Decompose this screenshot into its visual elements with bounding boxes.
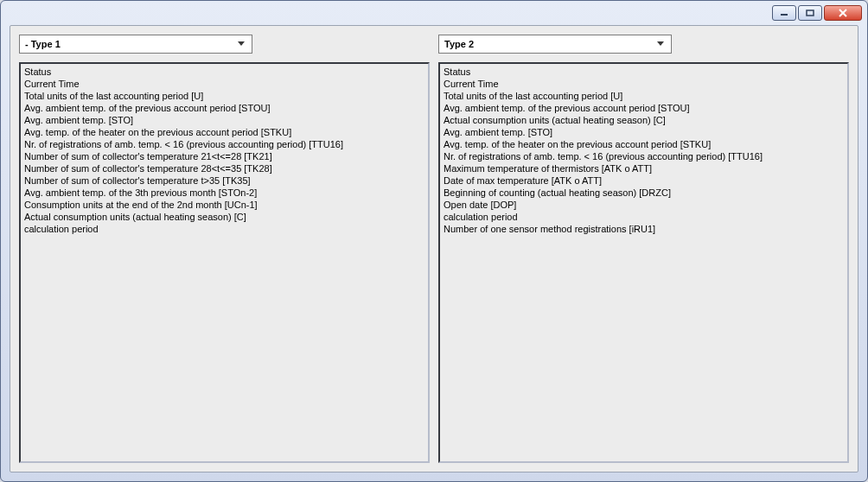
list-item[interactable]: Number of one sensor method registration… <box>444 223 844 235</box>
list-item[interactable]: Nr. of registrations of amb. temp. < 16 … <box>444 150 844 162</box>
listbox-right[interactable]: StatusCurrent TimeTotal units of the las… <box>438 62 849 463</box>
left-pane: - Type 1 StatusCurrent TimeTotal units o… <box>19 35 430 463</box>
type-select-right-value: Type 2 <box>444 39 654 49</box>
app-window: - Type 1 StatusCurrent TimeTotal units o… <box>0 0 868 482</box>
list-item[interactable]: calculation period <box>444 211 844 223</box>
list-item[interactable]: Avg. ambient temp. [STO] <box>24 114 424 126</box>
list-item[interactable]: Actual consumption units (actual heating… <box>444 114 844 126</box>
close-button[interactable] <box>824 5 862 21</box>
list-item[interactable]: Date of max temperature [ATK o ATT] <box>444 174 844 187</box>
type-select-left[interactable]: - Type 1 <box>19 35 252 54</box>
list-item[interactable]: Avg. ambient temp. of the previous accou… <box>24 102 424 114</box>
minimize-icon <box>780 10 788 16</box>
list-item[interactable]: Avg. ambient temp. of the previous accou… <box>444 102 844 114</box>
list-item[interactable]: Avg. temp. of the heater on the previous… <box>24 126 424 138</box>
list-item[interactable]: Consumption units at the end of the 2nd … <box>24 199 424 211</box>
chevron-down-icon <box>234 36 248 52</box>
list-item[interactable]: calculation period <box>24 223 424 235</box>
list-item[interactable]: Number of sum of collector's temperature… <box>24 162 424 174</box>
maximize-button[interactable] <box>798 5 822 21</box>
list-item[interactable]: Maximum temperature of thermistors [ATK … <box>444 162 844 174</box>
list-item[interactable]: Open date [DOP] <box>444 199 844 211</box>
minimize-button[interactable] <box>772 5 796 21</box>
list-item[interactable]: Avg. ambient temp. [STO] <box>444 126 844 138</box>
content-area: - Type 1 StatusCurrent TimeTotal units o… <box>10 25 858 472</box>
chevron-down-icon <box>654 36 667 52</box>
list-item[interactable]: Total units of the last accounting perio… <box>444 90 844 102</box>
list-item[interactable]: Current Time <box>24 78 424 90</box>
list-item[interactable]: Beginning of counting (actual heating se… <box>444 187 844 199</box>
list-item[interactable]: Status <box>24 66 424 78</box>
maximize-icon <box>806 10 814 16</box>
list-item[interactable]: Avg. ambient temp. of the 3th previous m… <box>24 187 424 199</box>
right-pane: Type 2 StatusCurrent TimeTotal units of … <box>438 35 849 463</box>
type-select-right[interactable]: Type 2 <box>438 35 672 54</box>
listbox-left[interactable]: StatusCurrent TimeTotal units of the las… <box>19 62 430 463</box>
svg-rect-1 <box>807 10 814 16</box>
list-item[interactable]: Current Time <box>444 78 844 90</box>
list-item[interactable]: Avg. temp. of the heater on the previous… <box>444 138 844 150</box>
list-item[interactable]: Actual consumption units (actual heating… <box>24 211 424 223</box>
list-item[interactable]: Nr. of registrations of amb. temp. < 16 … <box>24 138 424 150</box>
list-item[interactable]: Number of sum of collector's temperature… <box>24 150 424 162</box>
type-select-left-value: - Type 1 <box>25 39 234 49</box>
close-icon <box>838 9 848 17</box>
svg-rect-0 <box>781 14 788 16</box>
titlebar <box>1 1 867 25</box>
list-item[interactable]: Status <box>444 66 844 78</box>
list-item[interactable]: Number of sum of collector's temperature… <box>24 174 424 187</box>
list-item[interactable]: Total units of the last accounting perio… <box>24 90 424 102</box>
